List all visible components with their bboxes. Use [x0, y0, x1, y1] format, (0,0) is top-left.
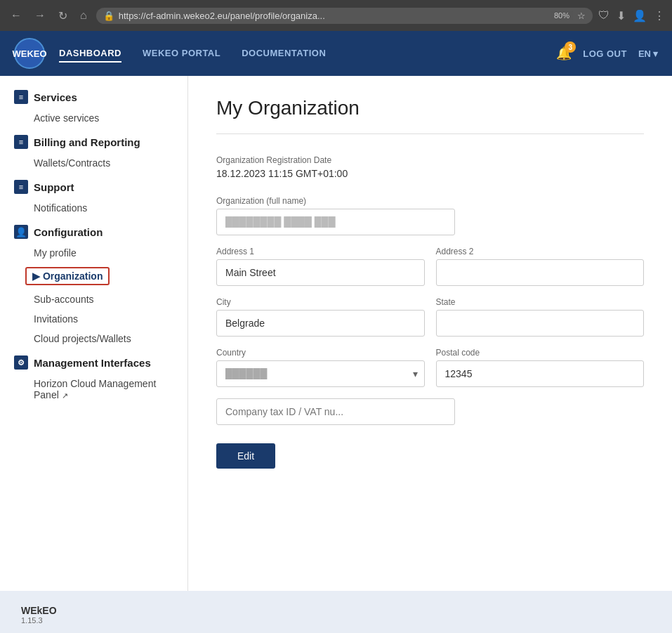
url-text: https://cf-admin.wekeo2.eu/panel/profile… — [119, 11, 546, 21]
country-col: Country ██████ ▾ — [216, 348, 425, 387]
organization-label: ▶ Organization — [25, 267, 110, 285]
services-icon: ≡ — [14, 90, 28, 104]
sidebar-item-wallets[interactable]: Wallets/Contracts — [0, 153, 187, 173]
reg-date-value: 18.12.2023 11:15 GMT+01:00 — [216, 168, 644, 179]
address2-col: Address 2 — [436, 247, 645, 286]
external-link-icon: ↗ — [62, 391, 68, 400]
postal-label: Postal code — [436, 348, 645, 358]
support-label: Support — [34, 181, 74, 193]
footer: WEkEO 1.15.3 — [0, 591, 672, 633]
services-label: Services — [34, 91, 77, 103]
language-selector[interactable]: EN ▾ — [638, 48, 658, 59]
address1-col: Address 1 — [216, 247, 425, 286]
back-button[interactable]: ← — [7, 8, 25, 23]
content-divider — [216, 133, 644, 134]
address2-input[interactable] — [436, 259, 645, 286]
nav-dashboard[interactable]: DASHBOARD — [59, 45, 121, 63]
sidebar: ≡ Services Active services ≡ Billing and… — [0, 76, 188, 591]
sidebar-item-sub-accounts[interactable]: Sub-accounts — [0, 289, 187, 309]
nav-right: 🔔 3 LOG OUT EN ▾ — [556, 46, 658, 61]
more-icon[interactable]: ⋮ — [654, 9, 665, 22]
address1-input[interactable] — [216, 259, 425, 286]
sidebar-item-active-services[interactable]: Active services — [0, 108, 187, 128]
bookmark-icon[interactable]: ☆ — [577, 11, 586, 21]
billing-icon: ≡ — [14, 135, 28, 149]
sidebar-item-my-profile[interactable]: My profile — [0, 243, 187, 263]
country-postal-row: Country ██████ ▾ Postal code — [216, 348, 644, 387]
logo: WEKEO — [14, 38, 45, 69]
home-button[interactable]: ⌂ — [77, 8, 91, 23]
org-name-label: Organization (full name) — [216, 196, 644, 206]
configuration-label: Configuration — [34, 226, 103, 238]
notification-button[interactable]: 🔔 3 — [556, 46, 572, 61]
management-label: Management Interfaces — [34, 357, 151, 369]
sidebar-section-support[interactable]: ≡ Support — [0, 173, 187, 198]
state-col: State — [436, 297, 645, 337]
state-label: State — [436, 297, 645, 307]
city-col: City — [216, 297, 425, 337]
billing-label: Billing and Reporting — [34, 136, 140, 148]
country-select-wrapper: ██████ ▾ — [216, 360, 425, 387]
address-row: Address 1 Address 2 — [216, 247, 644, 286]
support-icon: ≡ — [14, 180, 28, 194]
state-input[interactable] — [436, 310, 645, 337]
security-icon: 🔒 — [103, 11, 114, 21]
sidebar-item-invitations[interactable]: Invitations — [0, 309, 187, 329]
extensions-icon[interactable]: 🛡 — [598, 9, 610, 22]
country-label: Country — [216, 348, 425, 358]
address2-label: Address 2 — [436, 247, 645, 256]
postal-col: Postal code — [436, 348, 645, 387]
notification-badge: 3 — [565, 41, 576, 53]
sidebar-section-services[interactable]: ≡ Services — [0, 83, 187, 108]
postal-input[interactable] — [436, 360, 645, 387]
main-content: My Organization Organization Registratio… — [188, 76, 672, 591]
address1-label: Address 1 — [216, 247, 425, 256]
zoom-level: 80% — [551, 11, 573, 20]
reg-date-label: Organization Registration Date — [216, 155, 644, 165]
edit-button[interactable]: Edit — [216, 443, 275, 469]
city-state-row: City State — [216, 297, 644, 337]
city-label: City — [216, 297, 425, 307]
download-icon[interactable]: ⬇ — [617, 9, 626, 22]
browser-toolbar: 🛡 ⬇ 👤 ⋮ — [598, 9, 665, 22]
sidebar-section-management[interactable]: ⚙ Management Interfaces — [0, 348, 187, 374]
sidebar-section-billing[interactable]: ≡ Billing and Reporting — [0, 128, 187, 153]
city-input[interactable] — [216, 310, 425, 337]
url-bar[interactable]: 🔒 https://cf-admin.wekeo2.eu/panel/profi… — [96, 8, 593, 24]
org-arrow-icon: ▶ — [32, 270, 43, 282]
footer-version: 1.15.3 — [21, 616, 651, 625]
logout-button[interactable]: LOG OUT — [583, 48, 627, 59]
footer-brand: WEkEO — [21, 605, 651, 616]
forward-button[interactable]: → — [31, 8, 49, 23]
main-layout: ≡ Services Active services ≡ Billing and… — [0, 76, 672, 591]
configuration-icon: 👤 — [14, 225, 28, 239]
page-title: My Organization — [216, 97, 644, 119]
chevron-down-icon: ▾ — [653, 48, 658, 59]
org-name-field: Organization (full name) — [216, 196, 644, 235]
org-name-input[interactable] — [216, 209, 455, 235]
sidebar-section-configuration[interactable]: 👤 Configuration — [0, 218, 187, 243]
browser-chrome: ← → ↻ ⌂ 🔒 https://cf-admin.wekeo2.eu/pan… — [0, 0, 672, 31]
country-select[interactable]: ██████ — [216, 360, 425, 387]
tax-id-field — [216, 398, 644, 425]
profile-icon[interactable]: 👤 — [633, 9, 647, 22]
sidebar-item-cloud-projects[interactable]: Cloud projects/Wallets — [0, 329, 187, 348]
management-icon: ⚙ — [14, 355, 28, 370]
nav-portal[interactable]: WEKEO PORTAL — [143, 45, 220, 63]
sidebar-item-organization[interactable]: ▶ Organization — [0, 263, 187, 289]
reload-button[interactable]: ↻ — [55, 8, 71, 24]
sidebar-item-horizon[interactable]: Horizon Cloud Management Panel ↗ — [0, 374, 187, 405]
nav-links: DASHBOARD WEKEO PORTAL DOCUMENTATION — [59, 45, 556, 63]
top-navigation: WEKEO DASHBOARD WEKEO PORTAL DOCUMENTATI… — [0, 31, 672, 76]
tax-id-input[interactable] — [216, 398, 455, 425]
sidebar-item-notifications[interactable]: Notifications — [0, 198, 187, 218]
nav-documentation[interactable]: DOCUMENTATION — [242, 45, 326, 63]
